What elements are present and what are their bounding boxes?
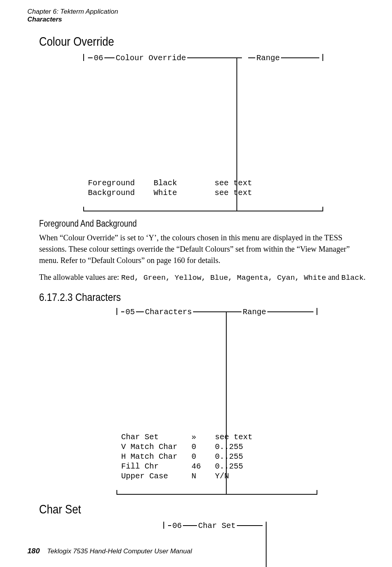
text: and [326,273,341,281]
heading-foreground-background: Foreground And Background [39,218,318,230]
menu-row-label: V Match Char [121,442,177,451]
menu-characters: 05 Characters Range Char Set » see text … [39,308,367,495]
menu-row-range: see text [215,179,252,188]
text: . [363,273,365,281]
menu-row-value: Black [154,179,177,188]
menu-row-label: H Match Char [121,452,177,461]
menu-row-range: 0..255 [215,452,243,461]
page-header: Chapter 6: Tekterm Application Character… [27,8,118,24]
menu-level: 06 [93,53,104,63]
menu-row-value: N [192,472,196,481]
menu-row-value: 46 [192,462,201,471]
heading-colour-override: Colour Override [39,33,318,50]
menu-row-range: see text [215,433,252,442]
menu-row-label: Foreground [88,179,135,188]
menu-row-value: 0 [192,452,196,461]
menu-range-label: Range [255,53,281,63]
menu-colour-override: 06 Colour Override Range Foreground Blac… [39,54,367,211]
menu-row-label: Fill Chr [121,462,159,471]
menu-title: Char Set [197,521,237,531]
paragraph-fg-bg: When “Colour Override” is set to ‘Y’, th… [39,232,367,266]
book-title: Teklogix 7535 Hand-Held Computer User Ma… [47,547,192,555]
menu-row-range: Y/N [215,472,229,481]
allowable-values-list: Red, Green, Yellow, Blue, Magenta, Cyan,… [121,274,326,282]
menu-char-set: 06 Char Set ISO N » IBM Y » DEC N » Misc… [39,522,367,567]
page-footer: 180 Teklogix 7535 Hand-Held Computer Use… [27,546,192,556]
menu-row-value: White [154,188,177,197]
menu-row-label: Char Set [121,433,159,442]
menu-row-range: 0..255 [215,442,243,451]
menu-title: Characters [144,307,193,317]
menu-row-range: 0..255 [215,462,243,471]
menu-range-label: Range [242,307,267,317]
paragraph-allowable-values: The allowable values are: Red, Green, Ye… [39,272,367,284]
header-section: Characters [27,16,118,23]
page-number: 180 [27,547,40,555]
menu-row-label: Upper Case [121,472,168,481]
menu-row-range: see text [215,188,252,197]
heading-char-set: Char Set [39,501,318,518]
menu-level: 06 [171,521,183,531]
page-content: Colour Override 06 Colour Override Range… [39,33,367,567]
menu-row-value: 0 [192,442,196,451]
menu-title: Colour Override [115,53,187,63]
heading-characters: 6.17.2.3 Characters [39,290,318,305]
menu-row-label: Background [88,188,135,197]
menu-row-value: » [192,433,196,442]
menu-level: 05 [124,307,136,317]
allowable-value-last: Black [341,274,363,282]
header-chapter: Chapter 6: Tekterm Application [27,8,118,16]
text: The allowable values are: [39,273,121,281]
